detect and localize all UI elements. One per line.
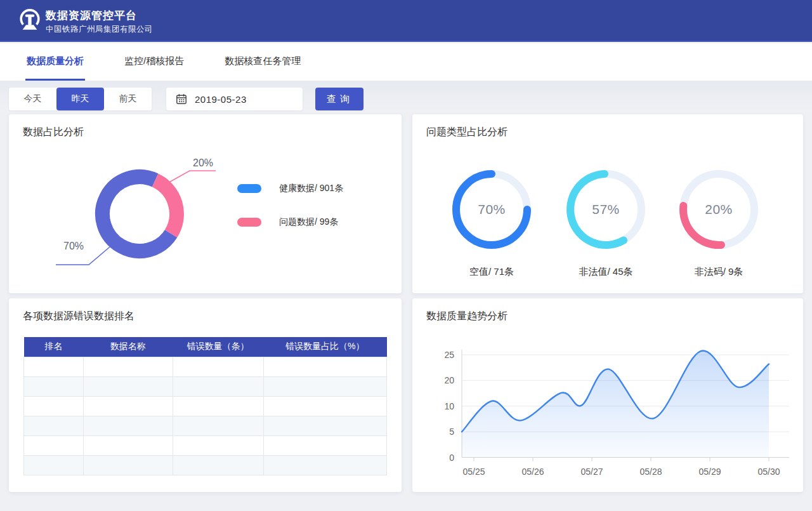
legend-label-healthy: 健康数据/ 901条 [279,183,343,194]
x-axis-tick-label: 05/29 [698,467,721,477]
gauge-label: 非法值/ 45条 [558,266,653,278]
gauge-percent: 70% [444,162,539,257]
problem-types-card: 问题类型占比分析 70% 空值/ 71条 57% 非法值/ 45条 20% [412,114,803,293]
table-column-header: 错误数量占比（%） [263,337,387,357]
table-row[interactable] [24,416,387,435]
x-axis-tick-label: 05/26 [521,467,544,477]
table-cell [83,376,173,396]
table-cell [83,435,173,455]
app-subtitle: 中国铁路广州局集团有限公司 [46,24,153,35]
data-ratio-card: 数据占比分析 20% 70% 健康数据/ 901条 问题数据/ 99条 [9,114,402,293]
data-ratio-title: 数据占比分析 [23,126,84,139]
table-cell [83,357,173,376]
table-cell [173,376,263,396]
table-cell [173,416,263,435]
problem-types-title: 问题类型占比分析 [426,126,508,139]
legend-swatch-healthy [237,184,261,193]
content-area: 今天 昨天 前天 2019-05-23 查询 数据占比分析 [0,81,812,511]
table-row[interactable] [24,455,387,475]
x-axis-tick-label: 05/28 [639,467,662,477]
legend-swatch-problem [237,218,261,227]
today-button[interactable]: 今天 [9,88,56,110]
table-cell [83,455,173,475]
table-row[interactable] [24,357,387,376]
gauge-illegal-codes: 20% 非法码/ 9条 [671,162,766,278]
table-cell [263,455,387,475]
tab-monitor-audit-report[interactable]: 监控/稽核报告 [123,43,185,81]
table-row[interactable] [24,435,387,455]
table-cell [263,435,387,455]
gauge-ring-wrap: 57% [558,162,653,257]
legend-item-problem[interactable]: 问题数据/ 99条 [237,218,343,227]
table-cell [24,376,84,396]
legend-item-healthy[interactable]: 健康数据/ 901条 [237,184,343,193]
donut-label-problem-pct: 20% [193,157,213,168]
error-ranking-card: 各项数据源错误数据排名 排名数据名称错误数量（条）错误数量占比（%） [9,298,402,492]
table-cell [263,396,387,416]
trend-area-fill [462,351,769,458]
app-header: 数据资源管控平台 中国铁路广州局集团有限公司 [0,0,812,42]
china-railway-logo-icon [18,8,42,36]
table-cell [24,416,84,435]
yesterday-button[interactable]: 昨天 [56,88,104,110]
x-axis-tick-label: 05/30 [757,467,780,477]
filter-bar: 今天 昨天 前天 2019-05-23 查询 [9,88,363,110]
day-button-group: 今天 昨天 前天 [9,88,152,110]
table-header-row: 排名数据名称错误数量（条）错误数量占比（%） [24,337,387,357]
gauge-percent: 20% [671,162,766,257]
table-cell [173,396,263,416]
gauge-ring-wrap: 70% [444,162,539,257]
error-ranking-table: 排名数据名称错误数量（条）错误数量占比（%） [23,337,387,475]
tab-data-check-task-mgmt[interactable]: 数据核查任务管理 [223,43,302,81]
app-title: 数据资源管控平台 [46,8,137,23]
error-ranking-title: 各项数据源错误数据排名 [23,310,134,323]
table-cell [83,416,173,435]
table-cell [263,357,387,376]
table-cell [24,455,84,475]
y-axis-tick-label: 0 [449,453,454,463]
x-axis-tick-label: 05/25 [462,467,485,477]
table-cell [173,435,263,455]
gauge-percent: 57% [558,162,653,257]
table-cell [173,455,263,475]
query-button[interactable]: 查询 [315,88,363,110]
table-cell [24,396,84,416]
x-axis-tick-label: 05/27 [580,467,603,477]
table-column-header: 数据名称 [83,337,173,357]
quality-trend-area-chart[interactable]: 2520105005/2505/2605/2705/2805/2905/30 [412,340,803,492]
table-row[interactable] [24,376,387,396]
table-row[interactable] [24,396,387,416]
quality-trend-title: 数据质量趋势分析 [426,310,508,323]
donut-slice-1[interactable] [155,180,177,234]
table-cell [83,396,173,416]
gauge-null-values: 70% 空值/ 71条 [444,162,539,278]
gauge-ring-wrap: 20% [671,162,766,257]
table-column-header: 排名 [24,337,84,357]
table-cell [24,357,84,376]
y-axis-tick-label: 5 [449,427,454,437]
y-axis-tick-label: 25 [444,350,454,360]
table-cell [263,416,387,435]
main-nav: 数据质量分析 监控/稽核报告 数据核查任务管理 [0,43,812,81]
table-cell [263,376,387,396]
donut-label-healthy-pct: 70% [63,241,84,251]
quality-trend-card: 数据质量趋势分析 2520105005/2505/2605/2705/2805/… [412,298,803,492]
legend-label-problem: 问题数据/ 99条 [279,216,338,228]
day-before-button[interactable]: 前天 [104,88,152,110]
gauge-label: 空值/ 71条 [444,266,539,278]
gauge-label: 非法码/ 9条 [671,266,766,278]
data-ratio-donut-chart[interactable]: 20% 70% [22,149,263,286]
calendar-icon [176,93,187,105]
date-value: 2019-05-23 [195,94,247,105]
gauge-illegal-values: 57% 非法值/ 45条 [558,162,653,278]
table-cell [24,435,84,455]
table-cell [173,357,263,376]
dashboard-page: 数据资源管控平台 中国铁路广州局集团有限公司 数据质量分析 监控/稽核报告 数据… [0,0,812,511]
table-column-header: 错误数量（条） [173,337,263,357]
donut-legend: 健康数据/ 901条 问题数据/ 99条 [237,184,343,251]
date-picker[interactable]: 2019-05-23 [166,88,303,110]
y-axis-tick-label: 20 [444,375,454,385]
y-axis-tick-label: 10 [444,401,454,411]
tab-data-quality-analysis[interactable]: 数据质量分析 [25,43,85,81]
